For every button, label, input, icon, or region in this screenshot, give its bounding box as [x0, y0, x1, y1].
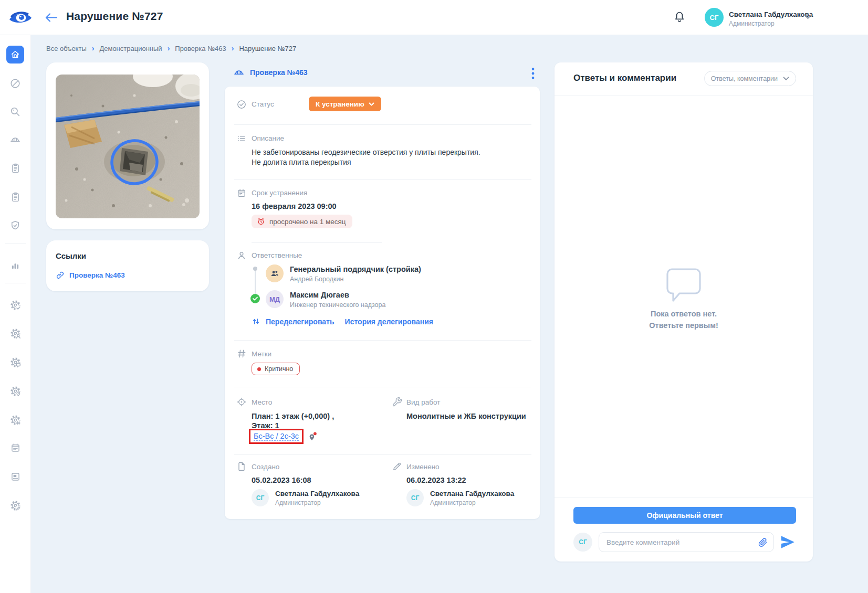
work-type-value: Монолитные и ЖБ конструкции: [406, 412, 526, 420]
chevron-down-icon: [369, 102, 374, 106]
work-type-label: Вид работ: [406, 398, 440, 406]
sidebar-item-cards[interactable]: [6, 468, 24, 485]
description-line-1: Не забетонированы геодезические отверсти…: [252, 148, 480, 156]
search-icon: [9, 106, 21, 118]
divider: [234, 124, 531, 125]
sidebar-item-analytics[interactable]: [6, 256, 24, 274]
tags-label: Метки: [252, 350, 271, 358]
modified-by-role: Администратор: [430, 499, 514, 506]
shield-check-icon: [9, 220, 21, 231]
user-menu-chevron-icon[interactable]: [804, 15, 811, 19]
avatar: СГ: [406, 489, 424, 506]
helmet-icon: [9, 134, 21, 145]
breadcrumb-separator-icon: ›: [92, 44, 95, 52]
breadcrumb-project[interactable]: Демонстрационный: [99, 45, 162, 52]
sidebar-item-restricted[interactable]: [6, 75, 24, 92]
created-file-icon: [236, 461, 247, 472]
breadcrumb-current: Нарушение №727: [239, 45, 296, 52]
checklist-icon: [10, 163, 21, 174]
app-logo-eye-icon[interactable]: [8, 9, 33, 26]
description-label: Описание: [252, 134, 284, 142]
status-icon: [236, 99, 247, 110]
sidebar-divider: [5, 243, 26, 244]
place-axes-link[interactable]: Бс-Вс / 2с-3с: [254, 432, 299, 441]
more-actions-kebab-icon[interactable]: [528, 67, 538, 80]
no-entry-icon: [9, 78, 21, 89]
gear-chat-icon: [9, 356, 22, 368]
modified-by-name: Светлана Габдулхакова: [430, 490, 514, 497]
contractor-avatar: [266, 264, 284, 282]
gear-pin-icon: [9, 385, 22, 397]
comments-filter-dropdown[interactable]: Ответы, комментарии: [704, 71, 796, 86]
responsible-label: Ответственные: [252, 251, 302, 259]
description-line-2: Не долита плита перекрытия: [252, 158, 351, 166]
sidebar-item-settings-locations[interactable]: [6, 382, 24, 400]
related-inspection-link[interactable]: Проверка №463: [56, 271, 125, 280]
sidebar-item-home[interactable]: [6, 46, 24, 63]
breadcrumb: Все объекты › Демонстрационный › Проверк…: [46, 44, 296, 52]
sidebar-item-settings-edit[interactable]: [6, 496, 24, 514]
checklist-2-icon: [10, 192, 21, 203]
created-date: 05.02.2023 16:08: [252, 476, 311, 484]
red-dot-icon: [257, 367, 261, 371]
breadcrumb-inspection[interactable]: Проверка №463: [175, 45, 226, 52]
back-button[interactable]: [44, 12, 58, 23]
divider: [234, 454, 531, 455]
work-type-wrench-icon: [392, 397, 402, 407]
sidebar-item-calendar[interactable]: [6, 439, 24, 457]
links-card-title: Ссылки: [56, 251, 86, 260]
notifications-bell-icon[interactable]: [673, 10, 686, 24]
page-title: Нарушение №727: [66, 10, 163, 23]
composer-avatar: СГ: [573, 533, 592, 552]
sidebar-item-settings-comments[interactable]: [6, 353, 24, 371]
empty-line-1: Пока ответов нет.: [649, 308, 718, 320]
deadline-label: Срок устранения: [252, 189, 307, 197]
gear-edit-icon: [9, 500, 22, 512]
responsible-2-name: Максим Дюгаев: [290, 291, 349, 299]
engineer-avatar: МД: [266, 290, 284, 308]
plan-pin-icon[interactable]: [308, 431, 318, 441]
sidebar-item-settings-statuses[interactable]: [6, 296, 24, 314]
responsible-1-name: Генеральный подрядчик (стройка): [290, 265, 421, 273]
created-by-role: Администратор: [275, 499, 359, 506]
deadline-calendar-icon: [236, 188, 247, 198]
place-plan: План: 1 этаж (+0,000) ,: [252, 412, 334, 420]
breadcrumb-separator-icon: ›: [232, 44, 234, 52]
user-name: Светлана Габдулхакова: [729, 10, 813, 18]
sidebar-item-settings-users[interactable]: [6, 324, 24, 342]
divider: [234, 387, 531, 387]
sidebar-item-quality[interactable]: [6, 217, 24, 235]
tags-hash-icon: [236, 348, 247, 359]
breadcrumb-separator-icon: ›: [168, 44, 170, 52]
status-dropdown-button[interactable]: К устранению: [309, 97, 381, 111]
sidebar-item-acts[interactable]: [6, 188, 24, 206]
sidebar-item-checklists[interactable]: [6, 159, 24, 177]
send-comment-icon[interactable]: [780, 535, 795, 549]
divider-short: [252, 242, 382, 243]
sidebar-item-inspections[interactable]: [6, 131, 24, 149]
delegation-history-link[interactable]: История делегирования: [345, 317, 433, 326]
timeline-check-icon: [250, 294, 260, 303]
sidebar-item-settings-numbering[interactable]: [6, 411, 24, 429]
sidebar-item-search[interactable]: [6, 103, 24, 121]
breadcrumb-all-objects[interactable]: Все объекты: [46, 45, 87, 52]
comment-input[interactable]: [599, 532, 774, 552]
empty-line-2: Ответьте первым!: [649, 320, 718, 331]
violation-photo[interactable]: [56, 75, 200, 218]
user-avatar[interactable]: СГ: [705, 8, 724, 27]
helmet-icon: [233, 67, 245, 78]
gear-check-icon: [9, 299, 22, 311]
responsible-2-person: Инженер технического надзора: [290, 301, 385, 309]
parent-inspection-link[interactable]: Проверка №463: [233, 67, 308, 78]
official-reply-button[interactable]: Официальный ответ: [573, 507, 796, 524]
user-role: Администратор: [729, 20, 775, 27]
modified-by-user: СГ Светлана Габдулхакова Администратор: [406, 489, 514, 506]
divider: [555, 95, 813, 96]
tag-critical: Критично: [252, 363, 300, 375]
created-label: Создано: [252, 463, 279, 471]
attach-paperclip-icon[interactable]: [757, 537, 768, 548]
analytics-icon: [9, 259, 21, 271]
responsible-person-icon: [236, 250, 247, 261]
responsible-1-person: Андрей Бородкин: [290, 276, 343, 283]
redelegate-link[interactable]: Переделегировать: [266, 317, 334, 326]
